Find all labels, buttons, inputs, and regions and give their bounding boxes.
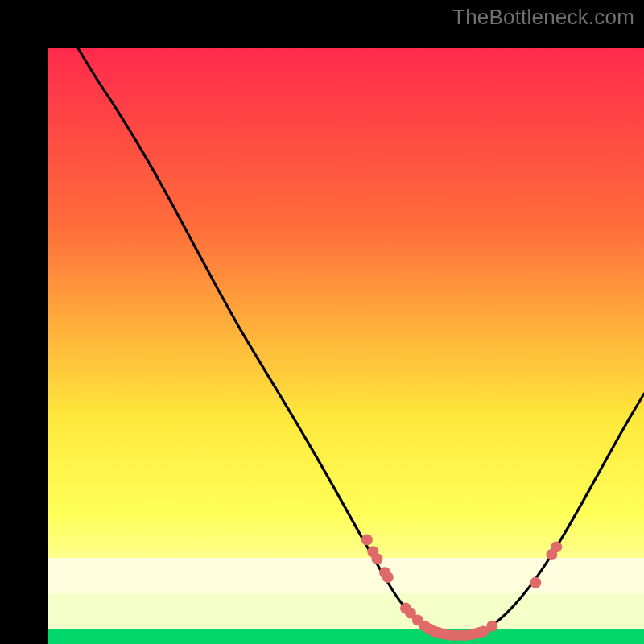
watermark-label: TheBottleneck.com xyxy=(452,5,634,30)
data-point-marker xyxy=(551,541,562,552)
plot-frame xyxy=(24,24,620,620)
data-point-marker xyxy=(361,535,373,546)
data-point-marker xyxy=(382,572,394,583)
bottleneck-plot xyxy=(48,48,644,644)
data-point-marker xyxy=(486,621,497,632)
data-point-marker xyxy=(530,577,541,588)
data-point-marker xyxy=(371,553,382,564)
